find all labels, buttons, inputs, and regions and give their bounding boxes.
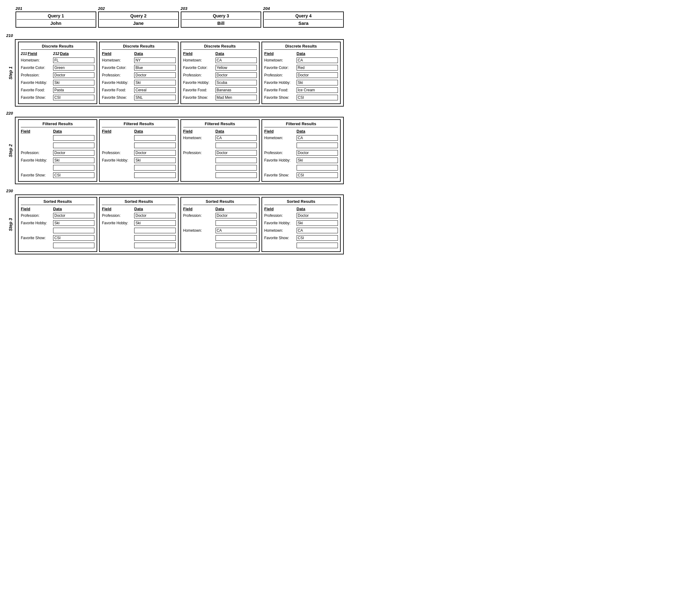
query-title-3: Query 3 (182, 13, 260, 20)
query-box-1: Query 1 John (15, 12, 96, 28)
s2p4-row1 (264, 142, 338, 148)
s1p2-field2: Profession: (102, 73, 133, 77)
step3-p1-data-label: Data (53, 207, 95, 211)
s3p1-data1: Ski (53, 220, 95, 226)
s1p2-field0: Hometown: (102, 58, 133, 62)
step3-p3-field-label: Field (183, 207, 214, 211)
step2-panel2-title: Filtered Results (102, 122, 175, 127)
s1p4-field0: Hometown: (264, 58, 295, 62)
s3p2-field1: Favorite Hobby: (102, 221, 133, 225)
step3-panel1-title: Sorted Results (21, 199, 95, 205)
step2-p2-field-label: Field (102, 129, 133, 134)
step1-p4-header: Field Data (264, 51, 338, 56)
s2p4-field0: Hometown: (264, 136, 295, 140)
s1p1-field3: Favorite Hobby: (21, 81, 52, 85)
s1p3-field2: Profession: (183, 73, 214, 77)
s3p1-field0: Profession: (21, 213, 52, 218)
s2p4-data3: Ski (297, 158, 338, 163)
step1-panel1: Discrete Results 211 Field 212 Data (18, 41, 97, 104)
s1p2-data5: SNL (134, 95, 175, 100)
query-name-1: John (17, 21, 95, 26)
s2p1-data5: CSI (53, 172, 95, 178)
s2p2-row1 (102, 142, 175, 148)
query-num-1: 201 (15, 6, 22, 11)
s3p4-field1: Favorite Hobby: (264, 221, 295, 225)
s2p1-row0 (21, 135, 95, 141)
s2p4-data5: CSI (297, 172, 338, 178)
s1p2-data4: Cereal (134, 87, 175, 93)
s1p4-row1: Favorite Color: Red (264, 65, 338, 71)
s2p2-row5 (102, 172, 175, 178)
s1p1-data0: FL (53, 58, 95, 63)
step2-p2-data-label: Data (134, 129, 175, 134)
s2p4-field3: Favorite Hobby: (264, 158, 295, 162)
s2p1-data2: Doctor (53, 150, 95, 156)
query-title-2: Query 2 (99, 13, 178, 20)
s1p3-row5: Favorite Show: Mad Men (183, 95, 257, 101)
s3p2-row0: Profession: Doctor (102, 212, 175, 219)
s1p1-data2: Doctor (53, 72, 95, 78)
s1p4-data0: CA (297, 58, 338, 63)
s1p3-data1: Yellow (215, 65, 257, 71)
step1-panel4: Discrete Results Field Data Hometown: CA… (262, 41, 341, 104)
s2p3-row0: Hometown: CA (183, 135, 257, 141)
s1p1-data1: Green (53, 65, 95, 71)
s1p2-data3: Ski (134, 80, 175, 85)
s3p3-row2: Hometown: CA (183, 227, 257, 234)
s1p4-row4: Favorite Food: Ice Cream (264, 87, 338, 93)
s2p2-field2: Profession: (102, 151, 133, 155)
s3p1-row3: Favorite Show: CSI (21, 235, 95, 241)
step1-p3-header: Field Data (183, 51, 257, 56)
step2-p1-header: Field Data (21, 129, 95, 134)
step1-p2-field-label: Field (102, 51, 133, 56)
s3p3-field2: Hometown: (183, 228, 214, 233)
s1p2-field1: Favorite Color: (102, 65, 133, 70)
s1p2-row2: Profession: Doctor (102, 72, 175, 78)
step1-field-label: Field (28, 51, 37, 56)
s1p3-field1: Favorite Color: (183, 65, 214, 70)
step3-panel3: Sorted Results Field Data Profession: Do… (180, 197, 260, 252)
s1p1-row3: Favorite Hobby: Ski (21, 79, 95, 86)
s1p1-data3: Ski (53, 80, 95, 85)
step3-p4-field-label: Field (264, 207, 295, 211)
s1p2-row1: Favorite Color: Blue (102, 65, 175, 71)
query-box-3: Query 3 Bill (181, 12, 262, 28)
step1-p4-field-label: Field (264, 51, 295, 56)
step2-panel2: Filtered Results Field Data Profess (99, 119, 178, 182)
s2p3-row5 (183, 172, 257, 178)
s1p2-field4: Favorite Food: (102, 88, 133, 92)
step3-p2-data-label: Data (134, 207, 175, 211)
step3-panel3-title: Sorted Results (183, 199, 257, 205)
query-num-2: 202 (98, 6, 105, 11)
s1p3-field4: Favorite Food: (183, 88, 214, 92)
step1-p4-data-label: Data (297, 51, 338, 56)
s1p4-field1: Favorite Color: (264, 65, 295, 70)
s1p3-field3: Favorite Hobby: (183, 81, 214, 85)
step2-four-cols: Filtered Results Field Data Profess (18, 119, 341, 182)
step1-panel2-title: Discrete Results (102, 44, 175, 50)
step1-panel4-title: Discrete Results (264, 44, 338, 50)
step2-panel4-title: Filtered Results (264, 122, 338, 127)
s2p2-row2: Profession: Doctor (102, 150, 175, 156)
step2-p4-field-label: Field (264, 129, 295, 134)
s1p3-row2: Profession: Doctor (183, 72, 257, 78)
s1p3-data3: Scuba (215, 80, 257, 85)
s1p3-data4: Bananas (215, 87, 257, 93)
query-name-4: Sara (264, 21, 342, 26)
s1p3-row3: Favorite Hobby: Scuba (183, 79, 257, 86)
step2-panel1-title: Filtered Results (21, 122, 95, 127)
step3-p3-header: Field Data (183, 207, 257, 211)
step3-panel1: Sorted Results Field Data Profession: Do… (18, 197, 97, 252)
step1-panel3: Discrete Results Field Data Hometown: CA… (180, 41, 260, 104)
step3-label: Step 3 (6, 195, 15, 255)
s2p3-row1 (183, 142, 257, 148)
step1-p3-field-label: Field (183, 51, 214, 56)
step3-panel4-title: Sorted Results (264, 199, 338, 205)
s3p3-data0: Doctor (215, 213, 257, 218)
s1p2-row5: Favorite Show: SNL (102, 95, 175, 101)
query-title-4: Query 4 (264, 13, 342, 20)
s1p2-data1: Blue (134, 65, 175, 71)
s2p3-data0: CA (215, 135, 257, 141)
s3p2-row1: Favorite Hobby: Ski (102, 220, 175, 226)
query-box-4: Query 4 Sara (263, 12, 344, 28)
